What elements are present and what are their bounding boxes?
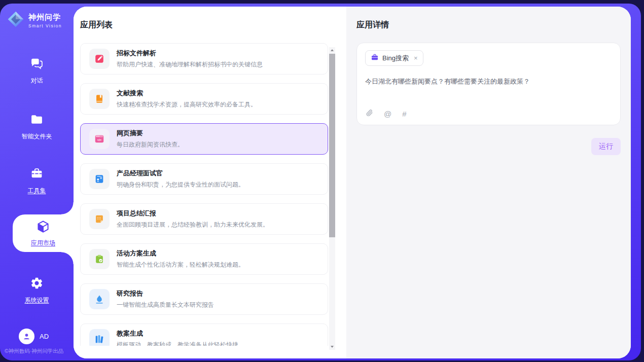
app-item-event-plan[interactable]: 活动方案生成 智能生成个性化活动方案，轻松解决规划难题。 (80, 243, 328, 275)
briefcase-icon (371, 53, 379, 63)
sidebar: 神州问学 Smart Vision 对话 智能文件夹 (0, 4, 74, 360)
app-item-title: 文献搜索 (117, 89, 257, 98)
close-icon[interactable]: × (414, 54, 418, 62)
tool-chip-label: Bing搜索 (382, 54, 409, 63)
chat-icon (30, 57, 44, 73)
sidebar-item-label: 系统设置 (25, 296, 49, 305)
paperclip-icon[interactable] (366, 109, 373, 119)
toolbox-icon (30, 167, 44, 183)
app-window: 神州问学 Smart Vision 对话 智能文件夹 (0, 4, 641, 360)
sidebar-item-label: 应用市场 (31, 239, 55, 247)
books-icon (89, 329, 110, 346)
doc-edit-icon (89, 49, 110, 69)
svg-text:</>: </> (97, 138, 102, 141)
avatar (19, 329, 34, 344)
sidebar-item-app-market[interactable]: 应用市场 (13, 214, 74, 252)
app-item-lesson-plan[interactable]: 教案生成 模板驱动，教案秒成，教学准备从此轻松快捷 (80, 323, 328, 346)
app-item-project-summary[interactable]: 项目总结汇报 全面回顾项目进展，总结经验教训，助力未来优化发展。 (80, 203, 328, 235)
clipboard-check-icon (89, 249, 110, 269)
user-account[interactable]: AD (19, 329, 49, 344)
sidebar-item-label: 智能文件夹 (22, 132, 52, 141)
sidebar-item-toolset[interactable]: 工具集 (0, 167, 74, 195)
scroll-down-arrow-icon[interactable] (329, 344, 335, 350)
sidebar-item-settings[interactable]: 系统设置 (0, 276, 74, 305)
app-item-literature-search[interactable]: 文献搜索 快速精准查找学术资源，提高研究效率的必备工具。 (80, 83, 328, 115)
app-list: 招标文件解析 帮助用户快速、准确地理解和解析招标书中的关键信息 文献搜索 (80, 43, 346, 346)
ink-icon (89, 289, 110, 309)
app-item-title: 网页摘要 (117, 129, 184, 138)
app-item-title: 项目总结汇报 (117, 209, 269, 218)
app-detail-title: 应用详情 (356, 20, 621, 30)
book-icon (89, 89, 110, 109)
note-icon (89, 209, 110, 229)
app-list-panel: 应用列表 招标文件解析 帮助用户快速、准确地理解和解析招标书中的关键信息 (74, 7, 346, 358)
hashtag-icon[interactable]: # (402, 110, 406, 118)
brand-subtitle: Smart Vision (28, 23, 62, 28)
app-item-desc: 帮助用户快速、准确地理解和解析招标书中的关键信息 (117, 60, 263, 69)
user-initials: AD (40, 333, 49, 340)
copyright-text: ©神州数码·神州问学出品 (5, 348, 63, 355)
app-item-title: 产品经理面试官 (117, 169, 244, 178)
brand-name: 神州问学 (28, 13, 62, 22)
gear-icon (30, 276, 44, 292)
app-item-web-summary[interactable]: </> 网页摘要 每日政府新闻资讯快查。 (80, 123, 328, 155)
app-item-title: 教案生成 (117, 329, 238, 338)
run-button[interactable]: 运行 (591, 138, 621, 155)
content-area: 应用列表 招标文件解析 帮助用户快速、准确地理解和解析招标书中的关键信息 (74, 7, 631, 358)
app-item-title: 研究报告 (117, 289, 214, 298)
scrollbar-thumb[interactable] (329, 54, 335, 237)
diamond-logo-icon (7, 10, 25, 30)
interviewer-icon (89, 169, 110, 189)
app-item-desc: 模板驱动，教案秒成，教学准备从此轻松快捷 (117, 341, 238, 346)
app-detail-panel: 应用详情 Bing搜索 × 今日湖北有哪些新闻要点？有哪些需要关注的最新政策？ (346, 7, 631, 358)
at-mention-icon[interactable]: @ (384, 110, 391, 118)
app-item-desc: 快速精准查找学术资源，提高研究效率的必备工具。 (117, 100, 257, 109)
app-item-desc: 智能生成个性化活动方案，轻松解决规划难题。 (117, 261, 244, 269)
app-item-desc: 一键智能生成高质量长文本研究报告 (117, 301, 214, 309)
app-item-pm-interviewer[interactable]: 产品经理面试官 明确身份和职责，为您提供专业性的面试问题。 (80, 163, 328, 195)
sidebar-item-smart-folder[interactable]: 智能文件夹 (0, 113, 74, 141)
app-list-title: 应用列表 (80, 20, 346, 30)
browser-code-icon: </> (89, 129, 110, 149)
sidebar-item-chat[interactable]: 对话 (0, 57, 74, 85)
tool-chip-bing-search[interactable]: Bing搜索 × (365, 50, 423, 66)
app-item-desc: 全面回顾项目进展，总结经验教训，助力未来优化发展。 (117, 221, 269, 229)
attach-toolbar: @ # (366, 109, 407, 119)
app-item-title: 招标文件解析 (117, 49, 263, 58)
app-item-research-report[interactable]: 研究报告 一键智能生成高质量长文本研究报告 (80, 283, 328, 315)
sidebar-item-label: 对话 (31, 77, 43, 85)
scroll-up-arrow-icon[interactable] (329, 47, 335, 53)
folder-icon (30, 113, 44, 128)
sidebar-item-label: 工具集 (28, 187, 46, 195)
query-input[interactable]: 今日湖北有哪些新闻要点？有哪些需要关注的最新政策？ (365, 77, 612, 86)
app-item-title: 活动方案生成 (117, 249, 244, 258)
cube-icon (36, 220, 50, 236)
app-item-desc: 每日政府新闻资讯快查。 (117, 140, 184, 149)
prompt-card: Bing搜索 × 今日湖北有哪些新闻要点？有哪些需要关注的最新政策？ @ # (356, 43, 621, 125)
app-item-bid-doc-analysis[interactable]: 招标文件解析 帮助用户快速、准确地理解和解析招标书中的关键信息 (80, 43, 328, 75)
app-item-desc: 明确身份和职责，为您提供专业性的面试问题。 (117, 180, 244, 189)
brand-logo: 神州问学 Smart Vision (7, 10, 62, 30)
list-scrollbar[interactable] (329, 47, 335, 350)
